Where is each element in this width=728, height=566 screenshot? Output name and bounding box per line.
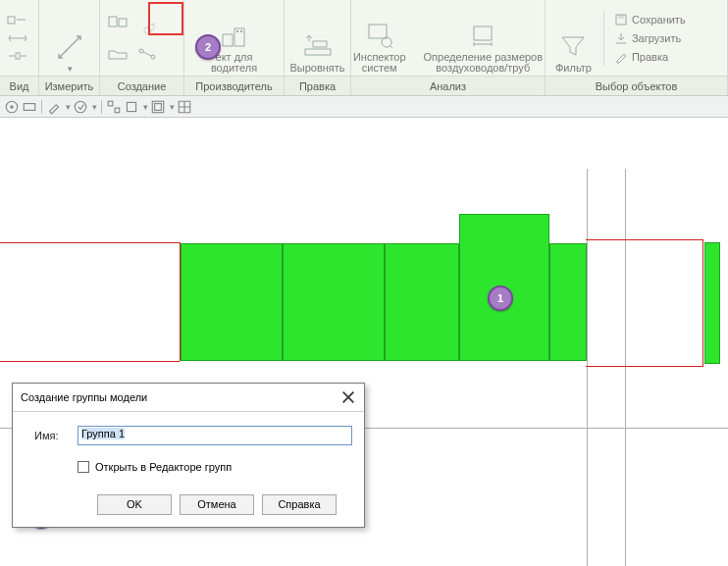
panel-analyze: Инспектор систем Определение размеров во…	[351, 0, 546, 95]
name-label: Имя:	[34, 430, 68, 441]
svg-point-7	[151, 55, 155, 59]
selection-load-button[interactable]: Загрузить	[614, 29, 686, 47]
svg-rect-1	[16, 53, 20, 59]
cancel-button[interactable]: Отмена	[180, 494, 254, 515]
svg-point-22	[75, 101, 85, 112]
system-inspector-label: Инспектор систем	[353, 52, 406, 74]
duct-sizing-button[interactable]: Определение размеров воздуховодов/труб	[418, 3, 549, 74]
qat-icon-2[interactable]	[22, 99, 37, 115]
highlight-box	[148, 2, 183, 35]
qat-icon-5[interactable]	[106, 99, 122, 115]
create-group-dialog: Создание группы модели Имя: Группа 1 Отк…	[12, 383, 365, 528]
qat-icon-1[interactable]	[4, 99, 20, 115]
open-in-editor-checkbox[interactable]	[78, 461, 89, 473]
open-in-editor-label: Открыть в Редакторе групп	[95, 461, 232, 473]
align-button[interactable]: Выровнять	[284, 3, 350, 74]
qat-icon-3[interactable]	[46, 99, 62, 115]
quick-access-toolbar: ▾ ▾ ▾ ▾	[0, 96, 728, 118]
qat-icon-7[interactable]	[150, 99, 166, 115]
callout-2: 2	[195, 34, 221, 60]
dialog-title: Создание группы модели	[21, 391, 147, 403]
create-folder-icon[interactable]	[104, 46, 131, 62]
svg-rect-25	[127, 102, 135, 111]
panel-view-title: Вид	[0, 76, 38, 95]
selection-edit-button[interactable]: Правка	[614, 48, 686, 66]
view-icon-2[interactable]	[4, 30, 31, 46]
create-link-icon[interactable]	[133, 46, 161, 62]
qat-icon-4[interactable]	[73, 99, 88, 115]
svg-rect-24	[115, 108, 120, 113]
callout-1: 1	[488, 285, 513, 311]
selection-save-button[interactable]: Сохранить	[614, 11, 686, 28]
selection-save-label: Сохранить	[632, 14, 686, 26]
panel-selection-title: Выбор объектов	[546, 76, 727, 95]
system-inspector-button[interactable]: Инспектор систем	[347, 3, 412, 74]
selection-load-label: Загрузить	[632, 32, 681, 44]
panel-measure: ▾ Измерить	[39, 0, 100, 95]
create-component-icon[interactable]	[104, 14, 131, 29]
help-button[interactable]: Справка	[262, 494, 337, 515]
svg-rect-9	[234, 28, 244, 46]
svg-rect-16	[474, 26, 492, 40]
duct-sizing-label: Определение размеров воздуховодов/труб	[424, 52, 544, 74]
group-name-input[interactable]: Группа 1	[78, 426, 352, 445]
panel-measure-title: Измерить	[39, 76, 99, 95]
chevron-down-icon: ▾	[68, 64, 73, 74]
svg-rect-14	[369, 25, 387, 38]
align-label: Выровнять	[289, 63, 344, 74]
selection-edit-label: Правка	[632, 51, 668, 63]
measure-button[interactable]: ▾	[49, 3, 90, 74]
svg-rect-12	[305, 49, 331, 55]
svg-rect-3	[119, 19, 127, 26]
svg-rect-10	[236, 30, 238, 32]
svg-rect-2	[109, 17, 117, 26]
ok-button[interactable]: OK	[97, 494, 172, 515]
view-icon-3[interactable]	[4, 48, 31, 64]
svg-rect-21	[24, 103, 34, 110]
svg-point-6	[139, 49, 143, 53]
view-icon-1[interactable]	[4, 13, 31, 28]
panel-edit-title: Правка	[285, 76, 350, 95]
panel-edit: Выровнять Правка	[285, 0, 351, 95]
filter-button[interactable]: Фильтр	[549, 3, 598, 74]
svg-rect-8	[223, 34, 233, 46]
svg-rect-18	[618, 15, 624, 19]
panel-analyze-title: Анализ	[351, 76, 545, 95]
panel-view: Вид	[0, 0, 39, 95]
svg-rect-0	[8, 17, 15, 24]
svg-rect-27	[155, 103, 162, 110]
ribbon: Вид ▾ Измерить Создание	[0, 0, 728, 96]
filter-label: Фильтр	[555, 63, 592, 74]
svg-rect-11	[240, 30, 242, 32]
qat-icon-6[interactable]	[124, 99, 139, 115]
svg-rect-13	[313, 41, 327, 47]
svg-point-20	[10, 105, 13, 108]
panel-manufacturer-title: Производитель	[184, 76, 284, 95]
panel-selection: Фильтр Сохранить Загрузить Правка Выбор …	[546, 0, 728, 95]
qat-icon-8[interactable]	[177, 99, 192, 115]
close-icon[interactable]	[340, 389, 356, 405]
svg-rect-23	[108, 101, 113, 106]
panel-create-title: Создание	[100, 76, 183, 95]
